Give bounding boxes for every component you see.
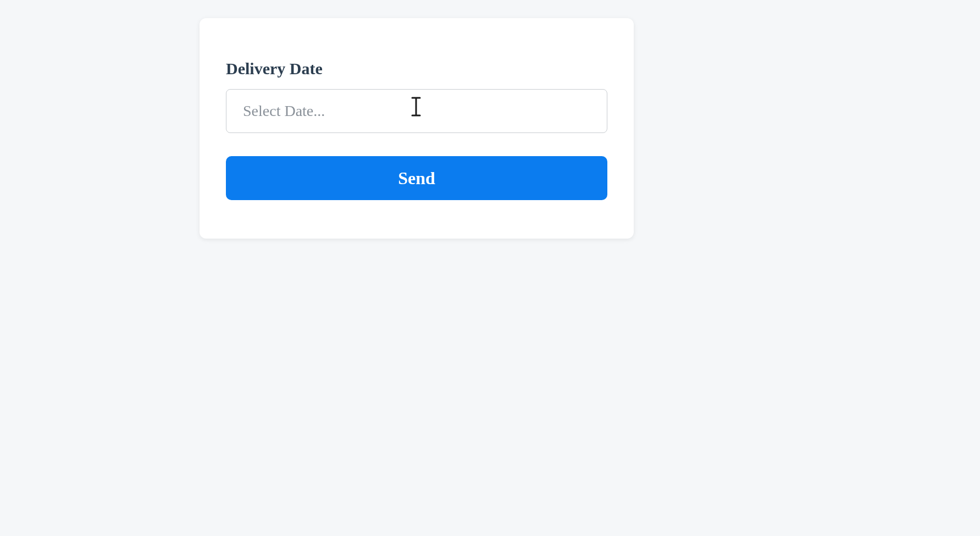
delivery-date-label: Delivery Date (226, 59, 607, 78)
delivery-form-card: Delivery Date Send (200, 18, 634, 239)
send-button[interactable]: Send (226, 156, 607, 200)
delivery-date-input[interactable] (226, 89, 607, 133)
